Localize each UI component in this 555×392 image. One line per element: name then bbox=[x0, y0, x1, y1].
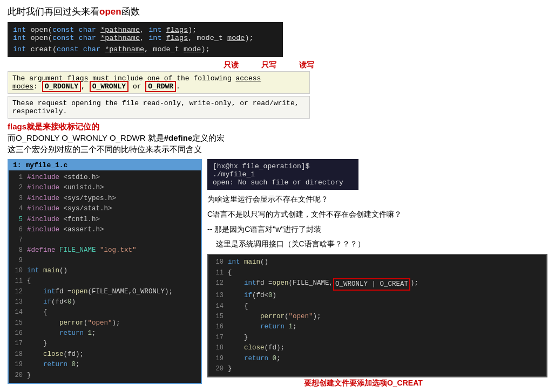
flags-boxes: 只读 只写 读写 The argument flags must include… bbox=[8, 60, 326, 119]
explain-line-2: 而O_RDONLY O_WRONLY O_RDWR 就是#define定义的宏 bbox=[8, 133, 547, 143]
code-line-r12: 12 int fd = open(FILE_NAME,O_WRONLY | O_… bbox=[208, 278, 546, 291]
code-line-l19: 19 return 0; bbox=[9, 360, 201, 370]
flag-rdwr: O_RDWR bbox=[145, 81, 176, 92]
right-explain-2: C语言不是以只写的方式创建，文件不存在会创建文件嘛？ bbox=[207, 208, 547, 221]
title-highlight: open bbox=[99, 6, 121, 17]
code-line-r13: 13 if(fd<0) bbox=[208, 291, 546, 301]
code-line-l5: 5#include <fcntl.h> bbox=[9, 215, 201, 225]
sig-line-1: int open(const char *pathname, int flags… bbox=[13, 26, 278, 34]
code-line-r20: 20} bbox=[208, 364, 546, 374]
annot-readwrite: 读写 bbox=[299, 60, 314, 70]
explain-block: flags就是来接收标记位的 而O_RDONLY O_WRONLY O_RDWR… bbox=[8, 122, 547, 155]
right-explain-4: 这里是系统调用接口（关C语言啥事？？？） bbox=[207, 238, 547, 251]
editor-title-left: 1: myfile_1.c bbox=[9, 160, 201, 170]
code-line-l12: 12 int fd = open(FILE_NAME,O_WRONLY); bbox=[9, 287, 201, 297]
left-col: 1: myfile_1.c 1#include <stdio.h> 2#incl… bbox=[8, 159, 202, 388]
boxed-flags: O_WRONLY | O_CREAT bbox=[333, 278, 410, 291]
code-line-l15: 15 perror("open"); bbox=[9, 318, 201, 328]
code-line-l16: 16 return 1; bbox=[9, 328, 201, 339]
code-line-l17: 17 } bbox=[9, 339, 201, 349]
annot-readonly: 只读 bbox=[224, 60, 239, 70]
sig-line-2: int open(const char *pathname, int flags… bbox=[13, 34, 278, 42]
page-container: 此时我们再回过头来看open函数 int open(const char *pa… bbox=[0, 0, 555, 392]
code-line-l14: 14 { bbox=[9, 307, 201, 318]
code-line-r17: 17 } bbox=[208, 333, 546, 343]
code-line-r18: 18 close(fd); bbox=[208, 343, 546, 353]
explain-line-1: flags就是来接收标记位的 bbox=[8, 122, 547, 132]
red-annotation-line: 要想创建文件要添加选项O_CREAT bbox=[207, 379, 547, 388]
flags-desc-box2: These request opening the file read-only… bbox=[8, 96, 310, 119]
code-line-l18: 18 close(fd); bbox=[9, 349, 201, 360]
code-line-r19: 19 return 0; bbox=[208, 354, 546, 364]
flag-wronly: O_WRONLY bbox=[90, 81, 128, 92]
right-explain-block: 为啥这里运行会显示不存在文件呢？ C语言不是以只写的方式创建，文件不存在会创建文… bbox=[207, 193, 547, 251]
annot-writeonly: 只写 bbox=[261, 60, 276, 70]
code-line-l6: 6#include <assert.h> bbox=[9, 225, 201, 235]
code-line-l20: 20} bbox=[9, 370, 201, 381]
terminal-line2: open: No such file or directory bbox=[213, 178, 353, 187]
code-line-l1: 1#include <stdio.h> bbox=[9, 173, 201, 183]
title-prefix: 此时我们再回过头来看 bbox=[8, 6, 99, 17]
code-line-l8: 8#define FILE_NAME "log.txt" bbox=[9, 245, 201, 256]
right-col: [hx@hx file_operation]$ ./myfile_1 open:… bbox=[207, 159, 547, 388]
title-suffix: 函数 bbox=[121, 6, 140, 17]
annot-row-top: 只读 只写 读写 bbox=[8, 60, 326, 70]
creat-sig: int creat(const char *pathname, mode_t m… bbox=[13, 45, 278, 53]
code-line-r14: 14 { bbox=[208, 301, 546, 312]
code-line-l10: 10int main() bbox=[9, 266, 201, 276]
code-line-l7: 7 bbox=[9, 235, 201, 245]
right-explain-3: -- 那是因为C语言对"w"进行了封装 bbox=[207, 223, 547, 236]
code-line-r16: 16 return 1; bbox=[208, 322, 546, 332]
code-line-l3: 3#include <sys/types.h> bbox=[9, 194, 201, 204]
code-line-r15: 15 perror("open"); bbox=[208, 312, 546, 322]
code-line-l4: 4#include <sys/stat.h> bbox=[9, 204, 201, 214]
editor-body-left: 1#include <stdio.h> 2#include <unistd.h>… bbox=[9, 170, 201, 383]
flag-rdonly: O_RDONLY bbox=[42, 81, 81, 92]
code-signatures-box: int open(const char *pathname, int flags… bbox=[8, 22, 283, 57]
explain-line-3: 这三个宏分别对应的三个不同的比特位来表示不同含义 bbox=[8, 145, 547, 155]
editor-body-right: 10int main() 11{ 12 int fd = open(FILE_N… bbox=[208, 255, 546, 376]
right-explain-1: 为啥这里运行会显示不存在文件呢？ bbox=[207, 193, 547, 206]
flags-outer: 只读 只写 读写 The argument flags must include… bbox=[8, 60, 547, 119]
page-title: 此时我们再回过头来看open函数 bbox=[8, 5, 547, 18]
code-editor-right: 10int main() 11{ 12 int fd = open(FILE_N… bbox=[207, 254, 547, 377]
code-line-r11: 11{ bbox=[208, 268, 546, 278]
terminal-box: [hx@hx file_operation]$ ./myfile_1 open:… bbox=[207, 159, 358, 190]
code-line-l11: 11{ bbox=[9, 276, 201, 286]
code-line-l13: 13 if(fd<0) bbox=[9, 297, 201, 307]
code-line-l2: 2#include <unistd.h> bbox=[9, 183, 201, 193]
flags-desc2-text: These request opening the file read-only… bbox=[12, 99, 299, 115]
terminal-line1: [hx@hx file_operation]$ ./myfile_1 bbox=[213, 162, 353, 178]
bottom-section: 1: myfile_1.c 1#include <stdio.h> 2#incl… bbox=[8, 159, 547, 388]
code-editor-left: 1: myfile_1.c 1#include <stdio.h> 2#incl… bbox=[8, 159, 202, 384]
code-line-r10: 10int main() bbox=[208, 257, 546, 267]
flags-desc-box1: The argument flags must include one of t… bbox=[8, 71, 310, 94]
code-line-l9: 9 bbox=[9, 256, 201, 266]
